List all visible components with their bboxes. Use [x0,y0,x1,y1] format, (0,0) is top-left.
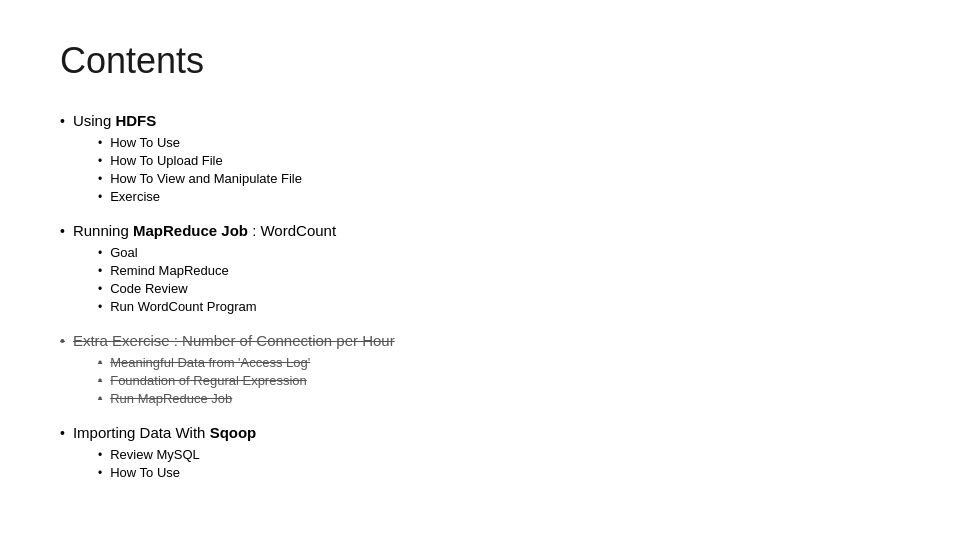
list-item: • Remind MapReduce [98,263,900,278]
sub-list-mapreduce: • Goal • Remind MapReduce • Code Review … [98,245,900,314]
top-level-item-sqoop: • Importing Data With Sqoop [60,424,900,441]
sub-bullet: • [98,356,102,370]
top-level-item-hdfs: • Using HDFS [60,112,900,129]
sub-label: Code Review [110,281,187,296]
sub-label: Foundation of Regural Expression [110,373,307,388]
sub-label: Run MapReduce Job [110,391,232,406]
sub-bullet: • [98,172,102,186]
sub-label: Exercise [110,189,160,204]
sub-label: Review MySQL [110,447,200,462]
sub-list-extra: • Meaningful Data from 'Access Log' • Fo… [98,355,900,406]
section-extra: • Extra Exercise : Number of Connection … [60,332,900,406]
section-mapreduce: • Running MapReduce Job : WordCount • Go… [60,222,900,314]
sub-label: How To View and Manipulate File [110,171,302,186]
top-level-item-mapreduce: • Running MapReduce Job : WordCount [60,222,900,239]
top-label-mapreduce: Running MapReduce Job : WordCount [73,222,336,239]
list-item: • Exercise [98,189,900,204]
sub-bullet: • [98,264,102,278]
top-label-sqoop: Importing Data With Sqoop [73,424,256,441]
list-item: • How To Use [98,135,900,150]
sub-bullet: • [98,154,102,168]
sub-list-sqoop: • Review MySQL • How To Use [98,447,900,480]
sub-bullet: • [98,448,102,462]
sub-label: How To Upload File [110,153,222,168]
top-label-hdfs: Using HDFS [73,112,156,129]
list-item: • Run MapReduce Job [98,391,900,406]
sub-bullet: • [98,136,102,150]
sub-label: Run WordCount Program [110,299,256,314]
list-item: • Foundation of Regural Expression [98,373,900,388]
sub-label: How To Use [110,465,180,480]
sub-label: Goal [110,245,137,260]
page-container: Contents • Using HDFS • How To Use • How… [0,0,960,538]
top-label-mapreduce-bold: MapReduce Job [133,222,248,239]
sub-bullet: • [98,300,102,314]
sub-label: Remind MapReduce [110,263,229,278]
sub-bullet: • [98,282,102,296]
section-hdfs: • Using HDFS • How To Use • How To Uploa… [60,112,900,204]
top-label-sqoop-bold: Sqoop [210,424,257,441]
sub-bullet: • [98,466,102,480]
sub-bullet: • [98,190,102,204]
list-item: • Run WordCount Program [98,299,900,314]
bullet-extra: • [60,333,65,349]
list-item: • Code Review [98,281,900,296]
top-label-hdfs-bold: HDFS [115,112,156,129]
list-item: • How To Upload File [98,153,900,168]
bullet-mapreduce: • [60,223,65,239]
sub-bullet: • [98,246,102,260]
sub-bullet: • [98,392,102,406]
sub-label: Meaningful Data from 'Access Log' [110,355,310,370]
top-label-extra: Extra Exercise : Number of Connection pe… [73,332,395,349]
top-level-item-extra: • Extra Exercise : Number of Connection … [60,332,900,349]
list-item: • Goal [98,245,900,260]
section-sqoop: • Importing Data With Sqoop • Review MyS… [60,424,900,480]
list-item: • Review MySQL [98,447,900,462]
list-item: • Meaningful Data from 'Access Log' [98,355,900,370]
sub-bullet: • [98,374,102,388]
page-title: Contents [60,40,900,82]
list-item: • How To View and Manipulate File [98,171,900,186]
list-item: • How To Use [98,465,900,480]
bullet-hdfs: • [60,113,65,129]
bullet-sqoop: • [60,425,65,441]
sub-list-hdfs: • How To Use • How To Upload File • How … [98,135,900,204]
sub-label: How To Use [110,135,180,150]
